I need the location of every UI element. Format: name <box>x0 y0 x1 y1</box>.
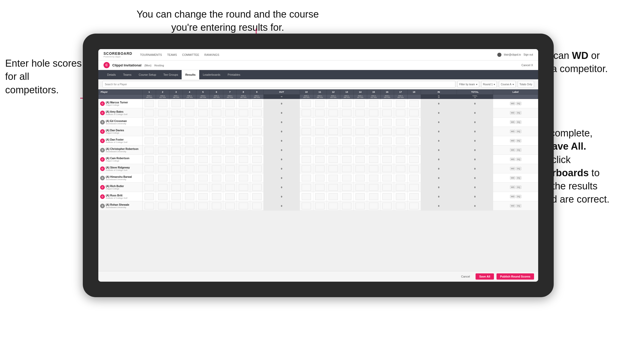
wd-button[interactable]: WD <box>510 120 515 124</box>
hole-10-input[interactable] <box>300 192 313 201</box>
wd-button[interactable]: WD <box>510 167 515 170</box>
hole-8-input[interactable] <box>237 108 250 118</box>
hole-14-input[interactable] <box>353 118 367 127</box>
dq-button[interactable]: DQ <box>516 111 521 114</box>
hole-9-input[interactable] <box>250 183 264 192</box>
hole-13-input[interactable] <box>340 99 353 108</box>
hole-5-input[interactable] <box>196 99 210 108</box>
hole-1-input[interactable] <box>143 108 156 118</box>
hole-18-input[interactable] <box>407 155 421 164</box>
tab-course-setup[interactable]: Course Setup <box>135 70 160 79</box>
hole-11-input[interactable] <box>313 145 327 155</box>
hole-16-input[interactable] <box>380 108 394 118</box>
hole-6-input[interactable] <box>210 155 223 164</box>
hole-16-input[interactable] <box>380 127 394 136</box>
hole-9-input[interactable] <box>250 155 264 164</box>
dq-button[interactable]: DQ <box>516 195 521 198</box>
hole-5-input[interactable] <box>196 183 210 192</box>
hole-7-input[interactable] <box>223 192 237 201</box>
tab-printables[interactable]: Printables <box>224 70 244 79</box>
hole-13-input[interactable] <box>340 183 353 192</box>
hole-6-input[interactable] <box>210 127 223 136</box>
hole-8-input[interactable] <box>237 201 250 211</box>
hole-11-input[interactable] <box>313 127 327 136</box>
hole-9-input[interactable] <box>250 118 264 127</box>
hole-14-input[interactable] <box>353 127 367 136</box>
hole-1-input[interactable] <box>143 164 156 173</box>
cancel-button[interactable]: Cancel <box>458 274 473 279</box>
hole-14-input[interactable] <box>353 183 367 192</box>
hole-10-input[interactable] <box>300 108 313 118</box>
hole-6-input[interactable] <box>210 118 223 127</box>
hole-5-input[interactable] <box>196 173 210 183</box>
hole-8-input[interactable] <box>237 127 250 136</box>
hole-5-input[interactable] <box>196 164 210 173</box>
tab-leaderboards[interactable]: Leaderboards <box>199 70 224 79</box>
hole-18-input[interactable] <box>407 127 421 136</box>
hole-18-input[interactable] <box>407 118 421 127</box>
hole-4-input[interactable] <box>183 136 196 145</box>
hole-8-input[interactable] <box>237 99 250 108</box>
wd-button[interactable]: WD <box>510 176 515 180</box>
hole-12-input[interactable] <box>327 118 340 127</box>
hole-12-input[interactable] <box>327 136 340 145</box>
hole-7-input[interactable] <box>223 164 237 173</box>
tab-tee-groups[interactable]: Tee Groups <box>160 70 182 79</box>
hole-1-input[interactable] <box>143 145 156 155</box>
hole-10-input[interactable] <box>300 173 313 183</box>
hole-18-input[interactable] <box>407 173 421 183</box>
hole-8-input[interactable] <box>237 173 250 183</box>
hole-12-input[interactable] <box>327 192 340 201</box>
hole-1-input[interactable] <box>143 99 156 108</box>
round-select[interactable]: Round 1 ▾ <box>481 81 497 88</box>
hole-8-input[interactable] <box>237 118 250 127</box>
hole-16-input[interactable] <box>380 155 394 164</box>
hole-6-input[interactable] <box>210 108 223 118</box>
hole-3-input[interactable] <box>169 155 183 164</box>
dq-button[interactable]: DQ <box>516 120 521 124</box>
hole-1-input[interactable] <box>143 173 156 183</box>
hole-16-input[interactable] <box>380 201 394 211</box>
hole-12-input[interactable] <box>327 164 340 173</box>
filter-team-select[interactable]: Filter by team ▾ <box>457 81 479 88</box>
hole-11-input[interactable] <box>313 173 327 183</box>
hole-6-input[interactable] <box>210 201 223 211</box>
hole-15-input[interactable] <box>367 173 380 183</box>
hole-18-input[interactable] <box>407 164 421 173</box>
hole-15-input[interactable] <box>367 164 380 173</box>
hole-17-input[interactable] <box>394 118 407 127</box>
hole-12-input[interactable] <box>327 127 340 136</box>
publish-button[interactable]: Publish Round Scores <box>497 273 534 280</box>
hole-5-input[interactable] <box>196 118 210 127</box>
hole-3-input[interactable] <box>169 192 183 201</box>
hole-1-input[interactable] <box>143 201 156 211</box>
hole-15-input[interactable] <box>367 192 380 201</box>
hole-9-input[interactable] <box>250 108 264 118</box>
hole-14-input[interactable] <box>353 173 367 183</box>
hole-17-input[interactable] <box>394 164 407 173</box>
hole-7-input[interactable] <box>223 145 237 155</box>
hole-3-input[interactable] <box>169 145 183 155</box>
tab-teams[interactable]: Teams <box>120 70 135 79</box>
wd-button[interactable]: WD <box>510 204 515 207</box>
hole-4-input[interactable] <box>183 145 196 155</box>
hole-14-input[interactable] <box>353 99 367 108</box>
hole-2-input[interactable] <box>156 99 169 108</box>
hole-10-input[interactable] <box>300 118 313 127</box>
hole-14-input[interactable] <box>353 145 367 155</box>
hole-5-input[interactable] <box>196 127 210 136</box>
hole-16-input[interactable] <box>380 136 394 145</box>
hole-4-input[interactable] <box>183 201 196 211</box>
hole-13-input[interactable] <box>340 164 353 173</box>
dq-button[interactable]: DQ <box>516 158 521 161</box>
hole-14-input[interactable] <box>353 136 367 145</box>
hole-13-input[interactable] <box>340 155 353 164</box>
hole-9-input[interactable] <box>250 201 264 211</box>
hole-4-input[interactable] <box>183 173 196 183</box>
hole-12-input[interactable] <box>327 108 340 118</box>
hole-14-input[interactable] <box>353 192 367 201</box>
hole-18-input[interactable] <box>407 201 421 211</box>
hole-11-input[interactable] <box>313 192 327 201</box>
hole-15-input[interactable] <box>367 136 380 145</box>
hole-13-input[interactable] <box>340 201 353 211</box>
